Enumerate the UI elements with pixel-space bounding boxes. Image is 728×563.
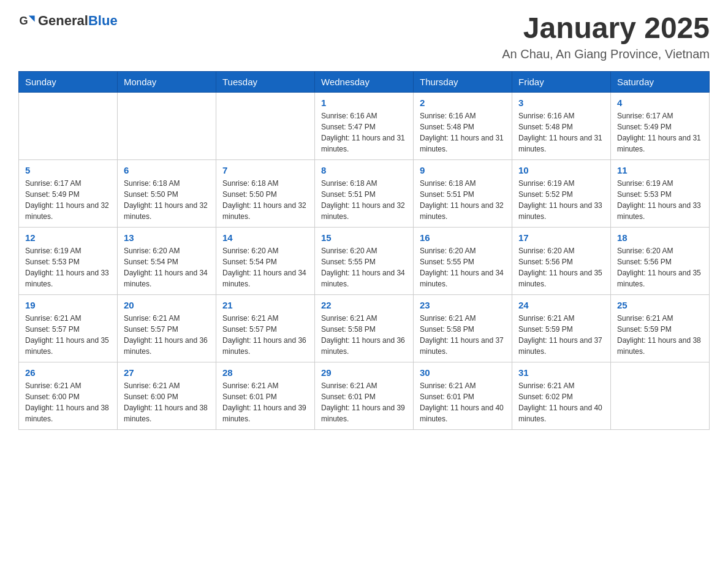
calendar-cell: 21Sunrise: 6:21 AM Sunset: 5:57 PM Dayli… <box>216 294 315 362</box>
day-number: 4 <box>617 98 703 108</box>
calendar-cell: 16Sunrise: 6:20 AM Sunset: 5:55 PM Dayli… <box>414 227 512 294</box>
day-info: Sunrise: 6:21 AM Sunset: 6:00 PM Dayligh… <box>25 380 111 424</box>
week-row-4: 19Sunrise: 6:21 AM Sunset: 5:57 PM Dayli… <box>19 294 710 362</box>
day-number: 2 <box>420 98 506 108</box>
svg-text:G: G <box>19 15 28 27</box>
calendar-cell: 23Sunrise: 6:21 AM Sunset: 5:58 PM Dayli… <box>414 294 512 362</box>
day-header-thursday: Thursday <box>414 71 512 92</box>
calendar-cell: 12Sunrise: 6:19 AM Sunset: 5:53 PM Dayli… <box>19 227 118 294</box>
calendar-cell: 3Sunrise: 6:16 AM Sunset: 5:48 PM Daylig… <box>512 92 611 159</box>
calendar-cell <box>118 92 216 159</box>
calendar-cell: 15Sunrise: 6:20 AM Sunset: 5:55 PM Dayli… <box>315 227 414 294</box>
svg-marker-1 <box>29 16 35 22</box>
day-number: 5 <box>25 165 111 175</box>
calendar-cell <box>611 362 710 429</box>
day-info: Sunrise: 6:21 AM Sunset: 5:57 PM Dayligh… <box>124 313 210 357</box>
calendar-cell: 22Sunrise: 6:21 AM Sunset: 5:58 PM Dayli… <box>315 294 414 362</box>
day-number: 24 <box>518 300 604 310</box>
day-number: 12 <box>25 232 111 243</box>
day-number: 11 <box>617 165 703 175</box>
calendar-cell <box>216 92 315 159</box>
day-info: Sunrise: 6:16 AM Sunset: 5:47 PM Dayligh… <box>321 110 407 155</box>
calendar-cell: 27Sunrise: 6:21 AM Sunset: 6:00 PM Dayli… <box>118 362 216 429</box>
day-info: Sunrise: 6:20 AM Sunset: 5:56 PM Dayligh… <box>518 245 604 289</box>
calendar-cell: 2Sunrise: 6:16 AM Sunset: 5:48 PM Daylig… <box>414 92 512 159</box>
calendar-cell: 18Sunrise: 6:20 AM Sunset: 5:56 PM Dayli… <box>611 227 710 294</box>
day-info: Sunrise: 6:21 AM Sunset: 6:02 PM Dayligh… <box>518 380 604 424</box>
day-info: Sunrise: 6:21 AM Sunset: 5:58 PM Dayligh… <box>321 313 407 357</box>
calendar-table: SundayMondayTuesdayWednesdayThursdayFrid… <box>18 71 710 430</box>
day-info: Sunrise: 6:19 AM Sunset: 5:52 PM Dayligh… <box>518 178 604 222</box>
calendar-cell: 4Sunrise: 6:17 AM Sunset: 5:49 PM Daylig… <box>611 92 710 159</box>
logo-blue: Blue <box>88 13 118 28</box>
day-info: Sunrise: 6:18 AM Sunset: 5:50 PM Dayligh… <box>124 178 210 222</box>
logo: G GeneralBlue <box>18 12 118 29</box>
day-number: 23 <box>420 300 506 310</box>
day-number: 10 <box>518 165 604 175</box>
day-number: 16 <box>420 232 506 243</box>
day-number: 27 <box>124 367 210 378</box>
day-info: Sunrise: 6:21 AM Sunset: 6:00 PM Dayligh… <box>124 380 210 424</box>
week-row-1: 1Sunrise: 6:16 AM Sunset: 5:47 PM Daylig… <box>19 92 710 159</box>
page-header: G GeneralBlue January 2025 An Chau, An G… <box>18 12 710 61</box>
day-header-monday: Monday <box>118 71 216 92</box>
day-number: 9 <box>420 165 506 175</box>
calendar-cell: 25Sunrise: 6:21 AM Sunset: 5:59 PM Dayli… <box>611 294 710 362</box>
calendar-cell: 8Sunrise: 6:18 AM Sunset: 5:51 PM Daylig… <box>315 159 414 227</box>
days-header-row: SundayMondayTuesdayWednesdayThursdayFrid… <box>19 71 710 92</box>
calendar-cell: 10Sunrise: 6:19 AM Sunset: 5:52 PM Dayli… <box>512 159 611 227</box>
calendar-cell: 1Sunrise: 6:16 AM Sunset: 5:47 PM Daylig… <box>315 92 414 159</box>
logo-text: GeneralBlue <box>38 13 118 29</box>
day-number: 1 <box>321 98 407 108</box>
calendar-cell: 24Sunrise: 6:21 AM Sunset: 5:59 PM Dayli… <box>512 294 611 362</box>
day-number: 20 <box>124 300 210 310</box>
day-info: Sunrise: 6:20 AM Sunset: 5:54 PM Dayligh… <box>222 245 308 289</box>
calendar-cell: 14Sunrise: 6:20 AM Sunset: 5:54 PM Dayli… <box>216 227 315 294</box>
calendar-cell: 5Sunrise: 6:17 AM Sunset: 5:49 PM Daylig… <box>19 159 118 227</box>
day-info: Sunrise: 6:17 AM Sunset: 5:49 PM Dayligh… <box>617 110 703 155</box>
day-info: Sunrise: 6:18 AM Sunset: 5:50 PM Dayligh… <box>222 178 308 222</box>
week-row-3: 12Sunrise: 6:19 AM Sunset: 5:53 PM Dayli… <box>19 227 710 294</box>
day-number: 28 <box>222 367 308 378</box>
day-info: Sunrise: 6:21 AM Sunset: 6:01 PM Dayligh… <box>222 380 308 424</box>
day-number: 3 <box>518 98 604 108</box>
title-area: January 2025 An Chau, An Giang Province,… <box>502 12 710 61</box>
logo-icon: G <box>18 12 36 29</box>
day-info: Sunrise: 6:17 AM Sunset: 5:49 PM Dayligh… <box>25 178 111 222</box>
day-header-wednesday: Wednesday <box>315 71 414 92</box>
day-header-friday: Friday <box>512 71 611 92</box>
calendar-cell: 13Sunrise: 6:20 AM Sunset: 5:54 PM Dayli… <box>118 227 216 294</box>
calendar-cell: 29Sunrise: 6:21 AM Sunset: 6:01 PM Dayli… <box>315 362 414 429</box>
day-info: Sunrise: 6:18 AM Sunset: 5:51 PM Dayligh… <box>321 178 407 222</box>
month-title: January 2025 <box>502 12 710 45</box>
day-info: Sunrise: 6:16 AM Sunset: 5:48 PM Dayligh… <box>420 110 506 155</box>
day-info: Sunrise: 6:21 AM Sunset: 5:57 PM Dayligh… <box>222 313 308 357</box>
calendar-cell: 20Sunrise: 6:21 AM Sunset: 5:57 PM Dayli… <box>118 294 216 362</box>
day-number: 8 <box>321 165 407 175</box>
day-info: Sunrise: 6:21 AM Sunset: 5:59 PM Dayligh… <box>617 313 703 357</box>
day-header-sunday: Sunday <box>19 71 118 92</box>
day-info: Sunrise: 6:20 AM Sunset: 5:54 PM Dayligh… <box>124 245 210 289</box>
calendar-cell: 11Sunrise: 6:19 AM Sunset: 5:53 PM Dayli… <box>611 159 710 227</box>
calendar-cell: 30Sunrise: 6:21 AM Sunset: 6:01 PM Dayli… <box>414 362 512 429</box>
calendar-cell: 9Sunrise: 6:18 AM Sunset: 5:51 PM Daylig… <box>414 159 512 227</box>
calendar-cell: 17Sunrise: 6:20 AM Sunset: 5:56 PM Dayli… <box>512 227 611 294</box>
calendar-cell: 26Sunrise: 6:21 AM Sunset: 6:00 PM Dayli… <box>19 362 118 429</box>
day-number: 29 <box>321 367 407 378</box>
day-info: Sunrise: 6:19 AM Sunset: 5:53 PM Dayligh… <box>25 245 111 289</box>
day-info: Sunrise: 6:20 AM Sunset: 5:55 PM Dayligh… <box>420 245 506 289</box>
day-info: Sunrise: 6:21 AM Sunset: 5:57 PM Dayligh… <box>25 313 111 357</box>
day-number: 25 <box>617 300 703 310</box>
calendar-cell <box>19 92 118 159</box>
calendar-cell: 28Sunrise: 6:21 AM Sunset: 6:01 PM Dayli… <box>216 362 315 429</box>
day-info: Sunrise: 6:20 AM Sunset: 5:55 PM Dayligh… <box>321 245 407 289</box>
day-number: 14 <box>222 232 308 243</box>
calendar-cell: 31Sunrise: 6:21 AM Sunset: 6:02 PM Dayli… <box>512 362 611 429</box>
day-number: 17 <box>518 232 604 243</box>
day-number: 31 <box>518 367 604 378</box>
calendar-cell: 7Sunrise: 6:18 AM Sunset: 5:50 PM Daylig… <box>216 159 315 227</box>
day-info: Sunrise: 6:21 AM Sunset: 5:59 PM Dayligh… <box>518 313 604 357</box>
day-number: 19 <box>25 300 111 310</box>
day-number: 22 <box>321 300 407 310</box>
day-number: 26 <box>25 367 111 378</box>
